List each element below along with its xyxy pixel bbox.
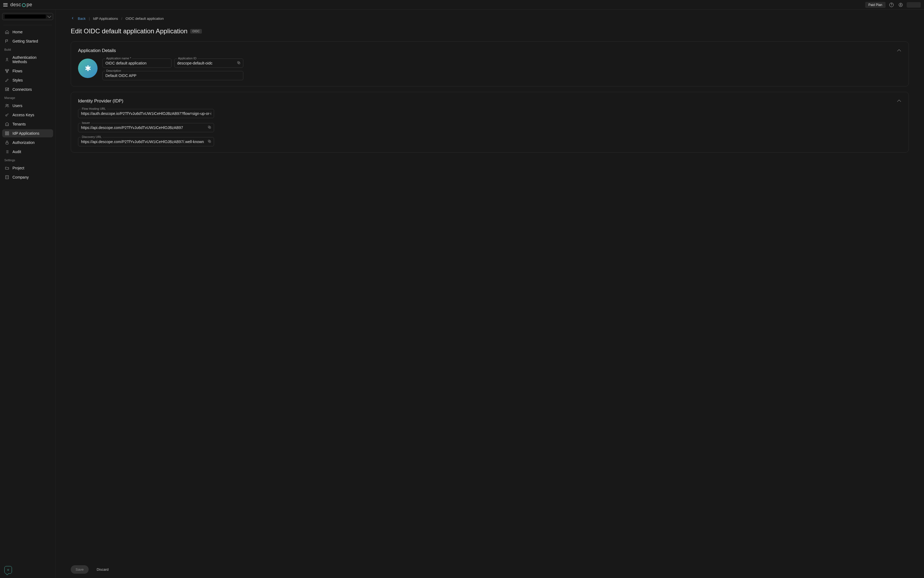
sidebar-item-authorization[interactable]: Authorization: [2, 138, 53, 146]
breadcrumb-separator: |: [89, 16, 90, 21]
users-icon: [5, 104, 9, 108]
user-pill[interactable]: [907, 2, 921, 8]
puzzle-icon: [5, 87, 9, 92]
arrow-left-icon[interactable]: [71, 16, 75, 21]
chat-icon: [7, 569, 9, 571]
collapse-button[interactable]: [896, 98, 901, 104]
field-label-issuer: Issuer: [81, 121, 91, 124]
sidebar-item-getting-started[interactable]: Getting Started: [2, 37, 53, 45]
home-icon: [5, 30, 9, 34]
section-label-settings: Settings: [2, 157, 53, 163]
copy-discovery-button[interactable]: [206, 138, 212, 145]
list-icon: [5, 149, 9, 154]
logo-ring-icon: [22, 3, 26, 7]
field-label-discovery: Discovery URL: [81, 135, 103, 138]
back-link[interactable]: Back: [78, 16, 86, 21]
sidebar-item-tenants[interactable]: Tenants: [2, 120, 53, 128]
svg-point-6: [6, 104, 7, 106]
project-selector[interactable]: [2, 13, 53, 20]
sidebar-item-project[interactable]: Project: [2, 164, 53, 172]
lock-icon: [5, 140, 9, 145]
sidebar-item-auth-methods[interactable]: Authentication Methods: [2, 54, 53, 66]
sidebar-item-label: Connectors: [13, 87, 32, 92]
chevron-down-icon: [47, 14, 51, 18]
svg-rect-5: [6, 71, 8, 73]
sidebar-item-label: Project: [13, 166, 24, 170]
svg-rect-13: [6, 142, 8, 144]
flow-hosting-url-input[interactable]: [78, 109, 214, 118]
copy-app-id-button[interactable]: [236, 60, 242, 67]
idp-card: Identity Provider (IDP) Flow Hosting URL…: [71, 92, 909, 153]
chevron-up-icon: [897, 49, 901, 53]
section-label-build: Build: [2, 46, 53, 52]
main-content: Back | IdP Applications / OIDC default a…: [55, 10, 924, 578]
save-button[interactable]: Save: [71, 565, 89, 574]
sidebar-item-label: Audit: [13, 149, 21, 154]
paid-plan-button[interactable]: Paid Plan: [865, 2, 885, 8]
flag-icon: [5, 39, 9, 43]
sidebar-item-label: Getting Started: [13, 39, 38, 43]
help-icon: ?: [889, 3, 894, 7]
field-label-description: Description: [105, 69, 122, 72]
svg-rect-4: [8, 69, 9, 70]
discard-button[interactable]: Discard: [92, 565, 113, 574]
sidebar-item-users[interactable]: Users: [2, 102, 53, 110]
menu-icon[interactable]: [3, 3, 8, 6]
svg-rect-9: [5, 132, 7, 133]
description-input[interactable]: [102, 71, 243, 80]
field-label-app-id: Application ID: [177, 57, 198, 60]
card-title-app-details: Application Details: [78, 48, 116, 54]
application-name-input[interactable]: [102, 58, 172, 68]
key-icon: [5, 113, 9, 117]
svg-rect-14: [6, 175, 9, 179]
breadcrumb-separator: /: [122, 16, 123, 21]
sidebar-item-home[interactable]: Home: [2, 28, 53, 36]
logo[interactable]: descpe: [10, 2, 32, 8]
issuer-input[interactable]: [78, 123, 214, 132]
svg-point-7: [7, 104, 8, 106]
sidebar-item-company[interactable]: Company: [2, 173, 53, 181]
copy-icon: [207, 125, 211, 129]
sidebar-item-idp-applications[interactable]: IdP Applications: [2, 129, 53, 137]
sidebar-item-label: Users: [13, 104, 23, 108]
svg-point-1: [900, 4, 901, 5]
card-title-idp: Identity Provider (IDP): [78, 98, 123, 104]
svg-rect-3: [5, 69, 6, 70]
sidebar-item-audit[interactable]: Audit: [2, 148, 53, 156]
sidebar-item-access-keys[interactable]: Access Keys: [2, 111, 53, 119]
sidebar-item-styles[interactable]: Styles: [2, 76, 53, 84]
office-icon: [5, 175, 9, 179]
svg-rect-11: [5, 133, 7, 135]
copy-icon: [207, 140, 211, 143]
sidebar-item-connectors[interactable]: Connectors: [2, 85, 53, 94]
sidebar-item-label: Styles: [13, 78, 23, 82]
help-button[interactable]: ?: [888, 2, 895, 8]
collapse-button[interactable]: [896, 48, 901, 54]
discovery-url-input[interactable]: [78, 137, 214, 146]
oidc-badge: OIDC: [190, 29, 202, 34]
chat-widget[interactable]: [4, 566, 12, 574]
copy-issuer-button[interactable]: [206, 124, 212, 131]
app-avatar[interactable]: [78, 58, 97, 78]
breadcrumb-idp-apps[interactable]: IdP Applications: [93, 16, 118, 21]
svg-rect-12: [7, 133, 9, 135]
apps-icon: [5, 131, 9, 135]
building-icon: [5, 122, 9, 126]
copy-icon: [237, 61, 241, 65]
application-id-input[interactable]: [174, 58, 243, 68]
sidebar-item-flows[interactable]: Flows: [2, 67, 53, 75]
sidebar-item-label: Company: [13, 175, 29, 179]
account-button[interactable]: [898, 2, 904, 8]
sidebar-item-label: Tenants: [13, 122, 26, 126]
application-details-card: Application Details Application name *: [71, 41, 909, 86]
user-circle-icon: [898, 3, 903, 7]
svg-point-8: [6, 115, 7, 116]
sidebar-item-label: Home: [13, 30, 23, 34]
fingerprint-icon: [5, 57, 9, 62]
flows-icon: [5, 69, 9, 73]
footer-actions: Save Discard: [55, 561, 924, 578]
folder-icon: [5, 166, 9, 170]
sidebar-item-label: Flows: [13, 69, 23, 73]
breadcrumb: Back | IdP Applications / OIDC default a…: [71, 16, 909, 21]
breadcrumb-current: OIDC default application: [125, 16, 164, 21]
